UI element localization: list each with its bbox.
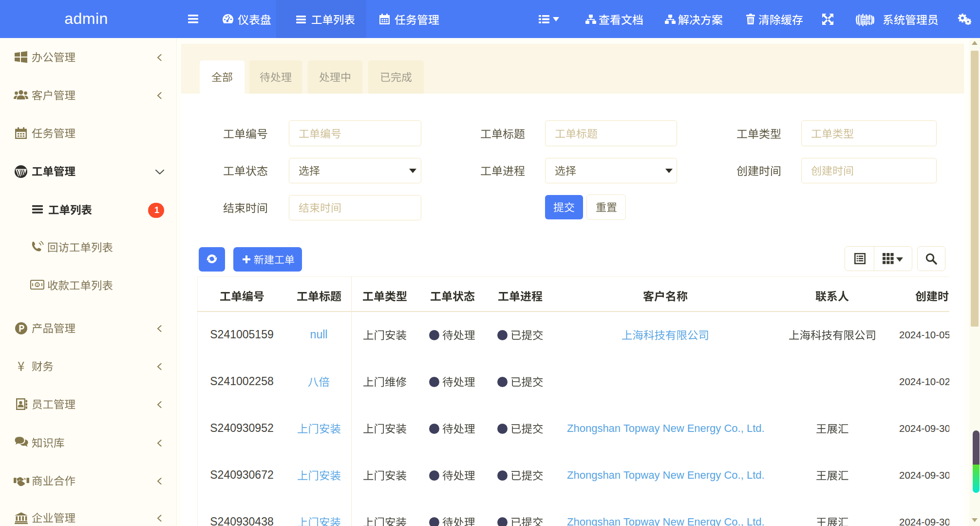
- svg-text:1: 1: [36, 283, 38, 287]
